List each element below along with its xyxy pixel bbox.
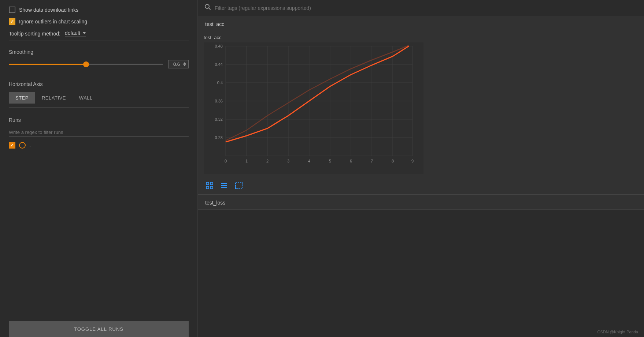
svg-text:7: 7 <box>371 159 373 163</box>
expand-chart-button[interactable] <box>204 180 215 191</box>
credit-text: CSDN @Knight.Panda <box>597 330 638 334</box>
show-data-links-text: Show data download links <box>19 7 78 13</box>
search-icon <box>204 4 211 12</box>
chevron-down-icon <box>82 32 86 34</box>
chart-area-test-acc: test_acc <box>198 31 644 178</box>
svg-text:5: 5 <box>329 159 331 163</box>
ignore-outliers-label[interactable]: Ignore outliers in chart scaling <box>9 18 87 25</box>
svg-text:6: 6 <box>350 159 352 163</box>
run-checkbox[interactable] <box>9 142 15 149</box>
svg-rect-40 <box>210 186 213 189</box>
select-region-button[interactable] <box>233 180 245 191</box>
smoothing-title: Smoothing <box>9 49 189 55</box>
select-region-icon <box>235 181 243 190</box>
horizontal-axis-section: Horizontal Axis STEP RELATIVE WALL <box>9 80 189 104</box>
svg-text:0.48: 0.48 <box>215 44 223 48</box>
chart-card-header-test-acc: test_acc <box>198 16 644 31</box>
smoothing-slider[interactable] <box>9 64 163 65</box>
run-label: . <box>29 142 31 148</box>
svg-text:4: 4 <box>308 159 310 163</box>
left-panel: Show data download links Ignore outliers… <box>0 0 198 337</box>
show-data-links-checkbox[interactable] <box>9 7 15 13</box>
svg-text:8: 8 <box>392 159 394 163</box>
horizontal-axis-title: Horizontal Axis <box>9 81 189 87</box>
svg-line-1 <box>209 8 211 10</box>
chart-inner-title-test-acc: test_acc <box>204 35 638 40</box>
run-item: . <box>9 142 189 149</box>
svg-text:2: 2 <box>266 159 269 163</box>
chart-card-test-loss: test_loss <box>198 195 644 210</box>
svg-text:0.4: 0.4 <box>217 80 223 85</box>
tooltip-sorting-row: Tooltip sorting method: default <box>9 30 189 37</box>
runs-filter-input[interactable] <box>9 128 189 137</box>
run-circle-icon[interactable] <box>19 142 26 149</box>
ignore-outliers-checkbox[interactable] <box>9 18 15 25</box>
axis-buttons: STEP RELATIVE WALL <box>9 92 189 104</box>
chart-card-header-test-loss: test_loss <box>198 195 644 210</box>
svg-point-0 <box>205 4 209 8</box>
svg-text:0: 0 <box>225 159 227 163</box>
ignore-outliers-text: Ignore outliers in chart scaling <box>19 19 87 25</box>
expand-icon <box>206 181 214 190</box>
axis-wall-button[interactable]: WALL <box>73 92 99 104</box>
svg-rect-39 <box>206 186 209 189</box>
smoothing-value: 0.6 <box>171 61 182 67</box>
divider-1 <box>9 41 189 41</box>
divider-2 <box>9 73 189 73</box>
svg-text:0.32: 0.32 <box>215 117 223 121</box>
runs-title: Runs <box>9 117 189 123</box>
divider-3 <box>9 107 189 108</box>
left-spacer <box>9 152 189 321</box>
slider-thumb[interactable] <box>83 61 89 67</box>
tooltip-sorting-value: default <box>65 30 80 36</box>
smoothing-section: Smoothing 0.6 <box>9 48 189 69</box>
svg-text:9: 9 <box>411 159 414 163</box>
slider-row: 0.6 <box>9 60 189 68</box>
slider-value-box: 0.6 <box>168 60 189 68</box>
spinner-down-icon[interactable] <box>183 64 186 66</box>
right-panel: test_acc test_acc <box>198 0 644 337</box>
chart-svg-test-acc: 0.48 0.44 0.4 0.36 0.32 0.28 0 1 2 3 4 5… <box>204 42 638 175</box>
runs-section: Runs . <box>9 116 189 152</box>
svg-text:3: 3 <box>287 159 289 163</box>
spinner-arrows <box>183 62 186 66</box>
svg-rect-38 <box>210 182 213 185</box>
toggle-all-runs-button[interactable]: TOGGLE ALL RUNS <box>9 321 189 337</box>
tooltip-sorting-select[interactable]: default <box>65 30 86 37</box>
filter-bar <box>198 0 644 16</box>
svg-text:1: 1 <box>245 159 248 163</box>
show-data-links-row: Show data download links <box>9 7 189 13</box>
list-icon <box>220 181 228 190</box>
svg-text:0.44: 0.44 <box>215 62 223 67</box>
chart-controls-test-acc <box>198 178 644 194</box>
spinner-up-icon[interactable] <box>183 62 186 64</box>
svg-text:0.36: 0.36 <box>215 99 223 103</box>
ignore-outliers-row: Ignore outliers in chart scaling <box>9 18 189 25</box>
svg-rect-44 <box>236 182 242 189</box>
show-data-links-label[interactable]: Show data download links <box>9 7 78 13</box>
svg-rect-37 <box>206 182 209 185</box>
axis-step-button[interactable]: STEP <box>9 92 35 104</box>
svg-text:0.28: 0.28 <box>215 135 223 140</box>
axis-relative-button[interactable]: RELATIVE <box>35 92 73 104</box>
filter-tags-input[interactable] <box>215 5 637 11</box>
list-view-button[interactable] <box>218 180 230 191</box>
slider-fill <box>9 64 86 65</box>
tooltip-sorting-label: Tooltip sorting method: <box>9 31 60 37</box>
chart-card-test-acc: test_acc test_acc <box>198 16 644 195</box>
chart-graph-test-acc: 0.48 0.44 0.4 0.36 0.32 0.28 0 1 2 3 4 5… <box>204 42 423 174</box>
